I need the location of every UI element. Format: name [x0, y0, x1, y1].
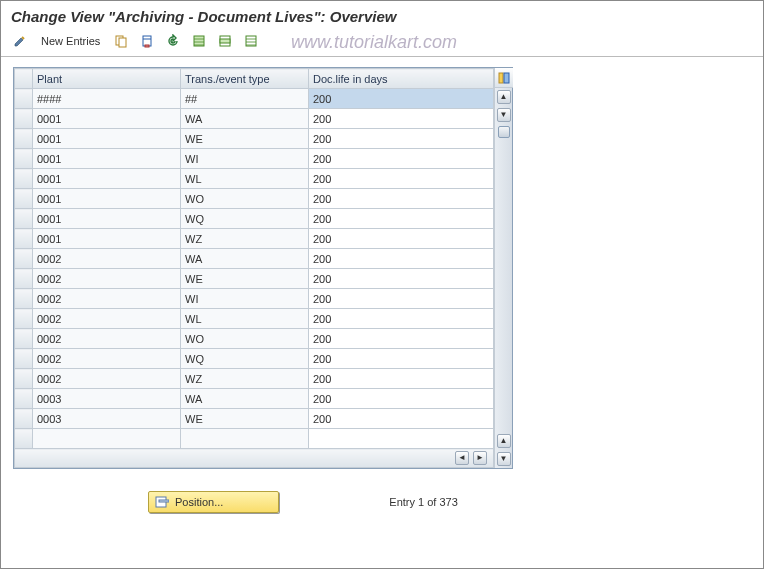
cell-doclife[interactable]: 200: [309, 129, 494, 149]
position-icon: [155, 495, 169, 509]
cell-doclife[interactable]: 200: [309, 89, 494, 109]
row-selector[interactable]: [15, 209, 33, 229]
cell-trans[interactable]: ##: [181, 89, 309, 109]
configure-columns-button[interactable]: [495, 68, 513, 88]
cell-doclife[interactable]: 200: [309, 209, 494, 229]
cell-trans[interactable]: WQ: [181, 349, 309, 369]
new-entries-button[interactable]: New Entries: [35, 31, 106, 51]
cell-trans[interactable]: WE: [181, 129, 309, 149]
row-selector[interactable]: [15, 149, 33, 169]
cell-trans[interactable]: WE: [181, 269, 309, 289]
row-selector[interactable]: [15, 349, 33, 369]
cell-trans[interactable]: WI: [181, 289, 309, 309]
cell-doclife[interactable]: 200: [309, 109, 494, 129]
row-selector[interactable]: [15, 89, 33, 109]
select-block-button[interactable]: [214, 31, 236, 51]
cell-plant[interactable]: 0001: [33, 229, 181, 249]
row-selector[interactable]: [15, 269, 33, 289]
cell-doclife[interactable]: [309, 429, 494, 449]
undo-change-button[interactable]: [162, 31, 184, 51]
table-row: 0001WZ200: [15, 229, 494, 249]
scroll-down-button[interactable]: ▼: [497, 452, 511, 466]
cell-doclife[interactable]: 200: [309, 289, 494, 309]
cell-trans[interactable]: WL: [181, 169, 309, 189]
cell-trans[interactable]: WA: [181, 249, 309, 269]
col-header-select[interactable]: [15, 69, 33, 89]
cell-trans[interactable]: WO: [181, 329, 309, 349]
cell-trans[interactable]: WA: [181, 109, 309, 129]
row-selector[interactable]: [15, 309, 33, 329]
page-down-button[interactable]: ▼: [497, 108, 511, 122]
cell-plant[interactable]: 0001: [33, 129, 181, 149]
row-selector[interactable]: [15, 329, 33, 349]
cell-plant[interactable]: 0003: [33, 409, 181, 429]
cell-plant[interactable]: 0001: [33, 189, 181, 209]
cell-doclife[interactable]: 200: [309, 349, 494, 369]
cell-doclife[interactable]: 200: [309, 409, 494, 429]
deselect-all-button[interactable]: [240, 31, 262, 51]
cell-plant[interactable]: 0001: [33, 169, 181, 189]
select-all-button[interactable]: [188, 31, 210, 51]
cell-trans[interactable]: WI: [181, 149, 309, 169]
col-header-doclife[interactable]: Doc.life in days: [309, 69, 494, 89]
row-selector[interactable]: [15, 229, 33, 249]
svg-rect-3: [145, 45, 149, 47]
cell-plant[interactable]: [33, 429, 181, 449]
cell-trans[interactable]: WO: [181, 189, 309, 209]
cell-trans[interactable]: WL: [181, 309, 309, 329]
row-selector[interactable]: [15, 189, 33, 209]
row-selector[interactable]: [15, 409, 33, 429]
cell-plant[interactable]: 0003: [33, 389, 181, 409]
position-label: Position...: [175, 496, 223, 508]
cell-doclife[interactable]: 200: [309, 269, 494, 289]
cell-doclife[interactable]: 200: [309, 169, 494, 189]
toggle-change-display-button[interactable]: [9, 31, 31, 51]
cell-doclife[interactable]: 200: [309, 329, 494, 349]
cell-plant[interactable]: 0002: [33, 309, 181, 329]
cell-plant[interactable]: ####: [33, 89, 181, 109]
cell-plant[interactable]: 0002: [33, 329, 181, 349]
table-row: 0003WA200: [15, 389, 494, 409]
row-selector[interactable]: [15, 109, 33, 129]
scrollbar-thumb[interactable]: [498, 126, 510, 138]
row-selector[interactable]: [15, 169, 33, 189]
cell-plant[interactable]: 0001: [33, 109, 181, 129]
cell-plant[interactable]: 0001: [33, 209, 181, 229]
row-selector[interactable]: [15, 389, 33, 409]
cell-trans[interactable]: WZ: [181, 229, 309, 249]
data-grid: Plant Trans./event type Doc.life in days…: [13, 67, 513, 469]
cell-plant[interactable]: 0002: [33, 249, 181, 269]
row-selector[interactable]: [15, 129, 33, 149]
cell-doclife[interactable]: 200: [309, 249, 494, 269]
cell-doclife[interactable]: 200: [309, 369, 494, 389]
position-button[interactable]: Position...: [148, 491, 279, 513]
cell-plant[interactable]: 0002: [33, 269, 181, 289]
scroll-right-button[interactable]: ►: [473, 451, 487, 465]
cell-doclife[interactable]: 200: [309, 149, 494, 169]
row-selector[interactable]: [15, 289, 33, 309]
cell-trans[interactable]: WA: [181, 389, 309, 409]
row-selector[interactable]: [15, 369, 33, 389]
cell-doclife[interactable]: 200: [309, 309, 494, 329]
page-up-from-end-button[interactable]: ▲: [497, 434, 511, 448]
cell-plant[interactable]: 0002: [33, 289, 181, 309]
cell-trans[interactable]: WQ: [181, 209, 309, 229]
scroll-up-button[interactable]: ▲: [497, 90, 511, 104]
cell-plant[interactable]: 0002: [33, 369, 181, 389]
scroll-left-button[interactable]: ◄: [455, 451, 469, 465]
footer-bar: Position... Entry 1 of 373: [13, 469, 755, 513]
copy-as-button[interactable]: [110, 31, 132, 51]
row-selector[interactable]: [15, 429, 33, 449]
cell-trans[interactable]: WZ: [181, 369, 309, 389]
row-selector[interactable]: [15, 249, 33, 269]
cell-plant[interactable]: 0002: [33, 349, 181, 369]
cell-doclife[interactable]: 200: [309, 389, 494, 409]
cell-doclife[interactable]: 200: [309, 189, 494, 209]
cell-trans[interactable]: WE: [181, 409, 309, 429]
col-header-trans[interactable]: Trans./event type: [181, 69, 309, 89]
cell-plant[interactable]: 0001: [33, 149, 181, 169]
col-header-plant[interactable]: Plant: [33, 69, 181, 89]
cell-doclife[interactable]: 200: [309, 229, 494, 249]
delete-button[interactable]: [136, 31, 158, 51]
cell-trans[interactable]: [181, 429, 309, 449]
